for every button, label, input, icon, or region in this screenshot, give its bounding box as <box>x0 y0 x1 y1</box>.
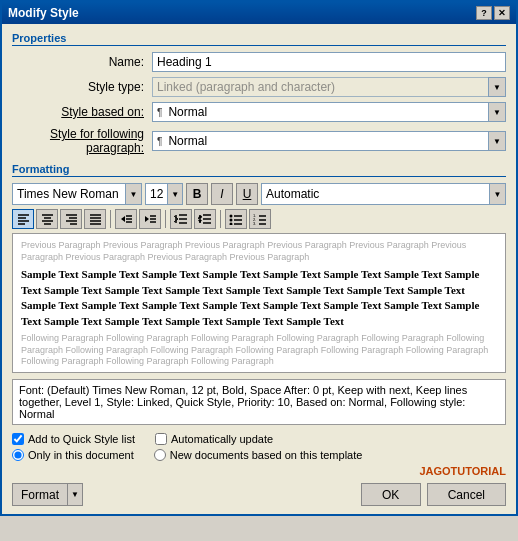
only-in-document-text: Only in this document <box>28 449 134 461</box>
line-spacing-increase-button[interactable] <box>194 209 216 229</box>
style-based-value: Normal <box>168 105 505 119</box>
only-in-document-radio[interactable] <box>12 449 24 461</box>
list-bullets-button[interactable] <box>225 209 247 229</box>
paragraph-icon-2: ¶ <box>153 136 166 147</box>
svg-point-40 <box>230 219 233 222</box>
ok-button[interactable]: OK <box>361 483 421 506</box>
add-quick-style-label[interactable]: Add to Quick Style list <box>12 433 135 445</box>
font-name-text: Times New Roman <box>13 187 125 201</box>
svg-marker-38 <box>198 220 202 223</box>
svg-marker-20 <box>145 216 149 222</box>
font-name-select[interactable]: Times New Roman ▼ <box>12 183 142 205</box>
format-button[interactable]: Format <box>12 483 67 506</box>
format-dropdown-button[interactable]: ▼ <box>67 483 83 506</box>
watermark: JAGOTUTORIAL <box>12 465 506 477</box>
new-documents-text: New documents based on this template <box>170 449 363 461</box>
svg-point-41 <box>230 223 233 226</box>
italic-button[interactable]: I <box>211 183 233 205</box>
title-bar: Modify Style ? ✕ <box>2 2 516 24</box>
description-box: Font: (Default) Times New Roman, 12 pt, … <box>12 379 506 425</box>
dialog-title: Modify Style <box>8 6 79 20</box>
color-select[interactable]: Automatic ▼ <box>261 183 506 205</box>
button-row: Format ▼ OK Cancel <box>12 483 506 506</box>
style-based-row: Style based on: ¶ Normal ▼ <box>12 102 506 122</box>
add-quick-style-checkbox[interactable] <box>12 433 24 445</box>
list-numbers-button[interactable]: 1.2.3. <box>249 209 271 229</box>
align-justify-button[interactable] <box>84 209 106 229</box>
name-row: Name: <box>12 52 506 72</box>
style-type-row: Style type: Linked (paragraph and charac… <box>12 77 506 97</box>
format-menu-wrap: Format ▼ <box>12 483 83 506</box>
properties-section-title: Properties <box>12 32 506 46</box>
modify-style-dialog: Modify Style ? ✕ Properties Name: Style … <box>0 0 518 516</box>
svg-point-39 <box>230 215 233 218</box>
auto-update-text: Automatically update <box>171 433 273 445</box>
preview-sample-text: Sample Text Sample Text Sample Text Samp… <box>21 267 497 329</box>
align-right-button[interactable] <box>60 209 82 229</box>
name-input[interactable] <box>152 52 506 72</box>
style-based-label: Style based on: <box>12 105 152 119</box>
preview-box: Previous Paragraph Previous Paragraph Pr… <box>12 233 506 373</box>
style-following-select[interactable]: ¶ Normal <box>152 131 506 151</box>
options-row-2: Only in this document New documents base… <box>12 449 506 461</box>
style-following-row: Style for following paragraph: ¶ Normal … <box>12 127 506 155</box>
style-based-select[interactable]: ¶ Normal <box>152 102 506 122</box>
style-type-label: Style type: <box>12 80 152 94</box>
color-text: Automatic <box>262 187 489 201</box>
help-button[interactable]: ? <box>476 6 492 20</box>
add-quick-style-text: Add to Quick Style list <box>28 433 135 445</box>
style-type-select: Linked (paragraph and character) <box>152 77 506 97</box>
style-based-wrap: ¶ Normal ▼ <box>152 102 506 122</box>
align-left-button[interactable] <box>12 209 34 229</box>
ok-cancel-group: OK Cancel <box>361 483 506 506</box>
name-label: Name: <box>12 55 152 69</box>
font-toolbar-row: Times New Roman ▼ 12 ▼ B I U Automatic ▼ <box>12 183 506 205</box>
indent-increase-button[interactable] <box>139 209 161 229</box>
only-in-document-label[interactable]: Only in this document <box>12 449 134 461</box>
new-documents-radio[interactable] <box>154 449 166 461</box>
font-size-select[interactable]: 12 ▼ <box>145 183 183 205</box>
font-name-arrow-icon: ▼ <box>125 184 141 204</box>
options-row-1: Add to Quick Style list Automatically up… <box>12 433 506 445</box>
separator-3 <box>220 210 221 228</box>
close-button[interactable]: ✕ <box>494 6 510 20</box>
description-text: Font: (Default) Times New Roman, 12 pt, … <box>19 384 467 420</box>
indent-decrease-button[interactable] <box>115 209 137 229</box>
font-size-arrow-icon: ▼ <box>167 184 182 204</box>
underline-button[interactable]: U <box>236 183 258 205</box>
title-controls: ? ✕ <box>476 6 510 20</box>
auto-update-label[interactable]: Automatically update <box>155 433 273 445</box>
style-following-wrap: ¶ Normal ▼ <box>152 131 506 151</box>
bold-button[interactable]: B <box>186 183 208 205</box>
alignment-toolbar: 1.2.3. <box>12 209 506 229</box>
style-following-label: Style for following paragraph: <box>12 127 152 155</box>
color-arrow-icon: ▼ <box>489 184 505 204</box>
paragraph-icon: ¶ <box>153 107 166 118</box>
svg-text:3.: 3. <box>253 221 256 225</box>
auto-update-checkbox[interactable] <box>155 433 167 445</box>
preview-following-text: Following Paragraph Following Paragraph … <box>21 333 497 368</box>
style-following-value: Normal <box>168 134 505 148</box>
dialog-content: Properties Name: Style type: Linked (par… <box>2 24 516 514</box>
style-type-wrap: Linked (paragraph and character) ▼ <box>152 77 506 97</box>
separator-1 <box>110 210 111 228</box>
line-spacing-decrease-button[interactable] <box>170 209 192 229</box>
align-center-button[interactable] <box>36 209 58 229</box>
preview-previous-text: Previous Paragraph Previous Paragraph Pr… <box>21 240 497 263</box>
new-documents-label[interactable]: New documents based on this template <box>154 449 363 461</box>
svg-marker-16 <box>121 216 125 222</box>
separator-2 <box>165 210 166 228</box>
formatting-section: Formatting Times New Roman ▼ 12 ▼ B I <box>12 163 506 425</box>
formatting-section-title: Formatting <box>12 163 506 177</box>
cancel-button[interactable]: Cancel <box>427 483 506 506</box>
font-size-text: 12 <box>146 187 167 201</box>
